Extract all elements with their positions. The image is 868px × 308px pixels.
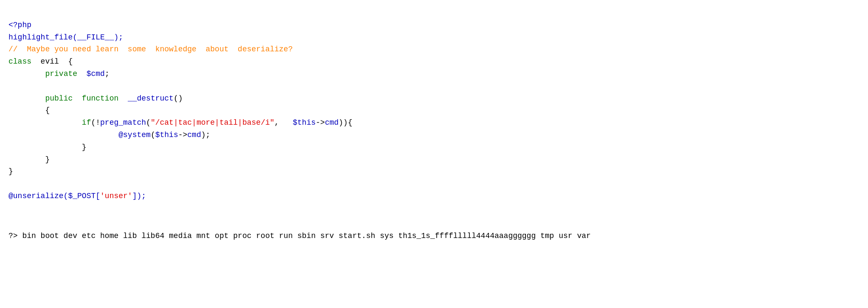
line-1: <?php highlight_file(__FILE__); // Maybe… bbox=[8, 21, 352, 200]
opening-brace-1: { bbox=[8, 106, 50, 115]
code-container: <?php highlight_file(__FILE__); // Maybe… bbox=[8, 7, 860, 242]
closing-brace-1: } bbox=[8, 143, 87, 151]
destruct-method: public function __destruct() bbox=[8, 94, 183, 103]
system-call: @system($this->cmd); bbox=[8, 131, 210, 139]
highlight-file-call: highlight_file(__FILE__); bbox=[8, 33, 123, 42]
comment-line: // Maybe you need learn some knowledge a… bbox=[8, 45, 293, 53]
php-code: <?php highlight_file(__FILE__); // Maybe… bbox=[8, 7, 860, 227]
closing-brace-2: } bbox=[8, 155, 50, 164]
php-output: ?> bin boot dev etc home lib lib64 media… bbox=[8, 230, 860, 242]
class-declaration: class evil { bbox=[8, 57, 73, 66]
if-statement: if(!preg_match("/cat|tac|more|tail|base/… bbox=[8, 118, 352, 127]
closing-brace-3: } bbox=[8, 167, 13, 176]
php-open-tag: <?php bbox=[8, 21, 31, 29]
private-property: private $cmd; bbox=[8, 70, 110, 78]
unserialize-call: @unserialize($_POST['unser']); bbox=[8, 192, 146, 200]
